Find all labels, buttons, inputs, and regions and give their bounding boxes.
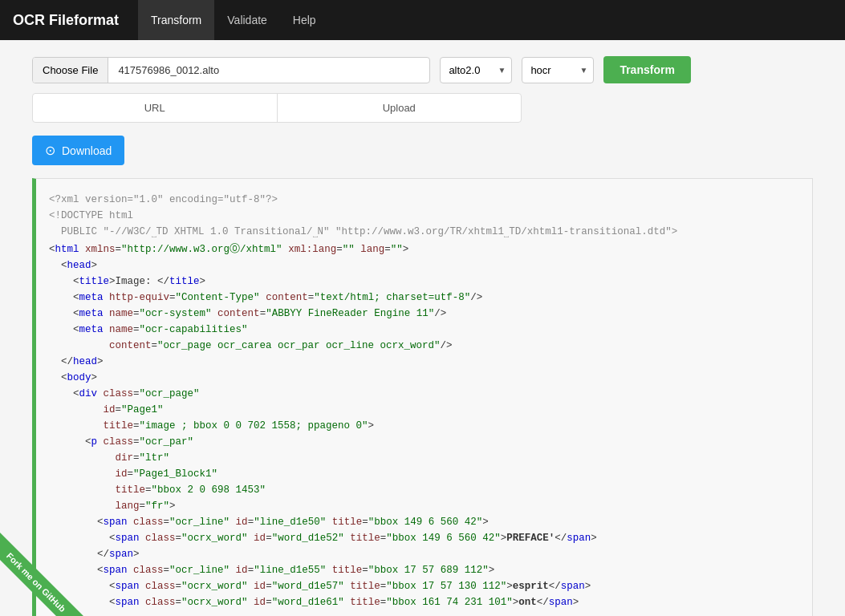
code-line-16: <p class="ocr_par" <box>49 434 799 450</box>
download-label: Download <box>62 144 112 157</box>
code-line-3: PUBLIC "-//W3C/⎵TD XHTML 1.0 Transitiona… <box>49 224 799 241</box>
code-line-7: <meta http-equiv="Content-Type" content=… <box>49 290 799 306</box>
code-line-13: <div class="ocr_page" <box>49 386 799 402</box>
code-line-1: <?xml version="1.0" encoding="utf-8"?> <box>49 192 799 208</box>
download-button[interactable]: ⊙ Download <box>32 136 124 165</box>
code-line-22: <span class="ocrx_word" id="word_d1e52" … <box>49 530 799 546</box>
tab-url[interactable]: URL <box>33 94 277 122</box>
code-line-21: <span class="ocr_line" id="line_d1e50" t… <box>49 514 799 530</box>
file-name-display: 417576986_0012.alto <box>108 58 429 83</box>
format-from-wrapper: alto2.0 alto1.0 hocr ▼ <box>440 57 512 83</box>
code-line-9: <meta name="ocr-capabilities" <box>49 322 799 338</box>
code-line-10: content="ocr_page ocr_carea ocr_par ocr_… <box>49 338 799 354</box>
brand-title: OCR Fileformat <box>13 12 119 29</box>
main-content: Choose File 417576986_0012.alto alto2.0 … <box>0 40 845 616</box>
format-from-select[interactable]: alto2.0 alto1.0 hocr <box>440 57 512 83</box>
code-line-4: <html xmlns="http://www.w3.org⓪/xhtml" x… <box>49 241 799 257</box>
tab-upload[interactable]: Upload <box>277 94 522 122</box>
download-icon: ⊙ <box>45 143 55 158</box>
code-line-23: </span> <box>49 546 799 562</box>
choose-file-button[interactable]: Choose File <box>33 58 108 83</box>
nav-help[interactable]: Help <box>280 0 329 40</box>
nav-transform[interactable]: Transform <box>138 0 214 40</box>
code-line-26: <span class="ocrx_word" id="word_d1e61" … <box>49 594 799 610</box>
code-line-25: <span class="ocrx_word" id="word_d1e57" … <box>49 578 799 594</box>
code-line-8: <meta name="ocr-system" content="ABBYY F… <box>49 306 799 322</box>
code-line-6: <title>Image: </title> <box>49 274 799 290</box>
code-line-20: lang="fr"> <box>49 498 799 514</box>
code-line-2: <!DOCTYPE html <box>49 208 799 224</box>
file-input-wrapper: Choose File 417576986_0012.alto <box>32 57 430 83</box>
code-line-17: dir="ltr" <box>49 450 799 466</box>
code-line-12: <body> <box>49 370 799 386</box>
code-line-11: </head> <box>49 354 799 370</box>
transform-button[interactable]: Transform <box>603 56 690 83</box>
code-line-24: <span class="ocr_line" id="line_d1e55" t… <box>49 562 799 578</box>
code-line-19: title="bbox 2 0 698 1453" <box>49 482 799 498</box>
code-line-5: <head> <box>49 257 799 274</box>
format-to-wrapper: hocr alto2.0 alto1.0 ▼ <box>522 57 594 83</box>
url-upload-tabs: URL Upload <box>32 93 522 123</box>
code-line-15: title="image ; bbox 0 0 702 1558; ppagen… <box>49 418 799 434</box>
nav-validate[interactable]: Validate <box>214 0 280 40</box>
code-line-14: id="Page1" <box>49 402 799 418</box>
file-row: Choose File 417576986_0012.alto alto2.0 … <box>32 56 813 83</box>
navbar: OCR Fileformat Transform Validate Help <box>0 0 845 40</box>
code-viewer[interactable]: <?xml version="1.0" encoding="utf-8"?> <… <box>32 178 813 616</box>
format-to-select[interactable]: hocr alto2.0 alto1.0 <box>522 57 594 83</box>
code-line-18: id="Page1_Block1" <box>49 466 799 482</box>
